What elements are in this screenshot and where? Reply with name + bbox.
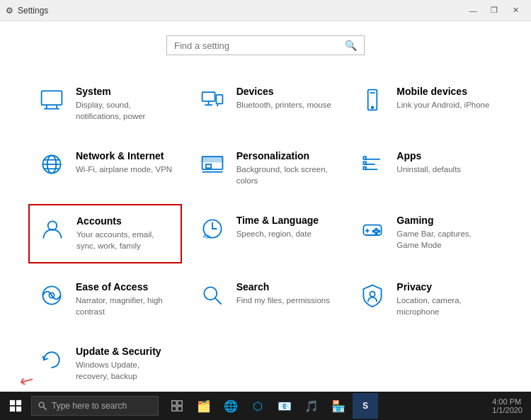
taskbar-app-2[interactable]: 🌐 [218, 393, 244, 419]
minimize-button[interactable]: — [463, 4, 483, 18]
setting-item-network[interactable]: Network & Internet Wi-Fi, airplane mode,… [28, 140, 182, 197]
gaming-text: Gaming Game Bar, captures, Game Mode [396, 215, 493, 251]
setting-item-apps[interactable]: Apps Uninstall, defaults [349, 140, 503, 197]
setting-item-system[interactable]: System Display, sound, notifications, po… [28, 75, 182, 132]
network-title: Network & Internet [76, 150, 173, 161]
ease-icon [38, 281, 66, 310]
update-icon [38, 346, 66, 374]
settings-grid: System Display, sound, notifications, po… [28, 75, 503, 392]
privacy-text: Privacy Location, camera, microphone [396, 281, 493, 317]
taskbar-right: 4:00 PM1/1/2020 [492, 397, 528, 414]
gaming-icon [358, 215, 387, 243]
settings-window-icon: ⚙ [6, 6, 13, 16]
setting-item-mobile[interactable]: Mobile devices Link your Android, iPhone [349, 75, 503, 132]
setting-item-ease[interactable]: Ease of Access Narrator, magnifier, high… [28, 271, 182, 328]
personalization-desc: Background, lock screen, colors [236, 164, 333, 186]
devices-desc: Bluetooth, printers, mouse [236, 99, 333, 110]
setting-item-privacy[interactable]: Privacy Location, camera, microphone [349, 271, 503, 328]
title-bar-left: ⚙ Settings [6, 6, 48, 16]
setting-item-personalization[interactable]: Personalization Background, lock screen,… [189, 140, 343, 197]
ease-text: Ease of Access Narrator, magnifier, high… [76, 281, 173, 317]
title-bar: ⚙ Settings — ❐ ✕ [0, 0, 531, 21]
mobile-icon [358, 86, 387, 114]
taskbar-app-3[interactable]: ⬡ [245, 393, 270, 419]
setting-item-devices[interactable]: Devices Bluetooth, printers, mouse [189, 75, 343, 132]
setting-item-search[interactable]: Search Find my files, permissions [189, 271, 343, 328]
taskbar-search[interactable]: Type here to search [31, 396, 159, 416]
svg-point-10 [372, 106, 374, 108]
setting-item-update[interactable]: Update & Security Windows Update, recove… [28, 335, 182, 392]
close-button[interactable]: ✕ [506, 4, 525, 18]
mobile-desc: Link your Android, iPhone [396, 99, 493, 110]
ease-title: Ease of Access [76, 281, 173, 293]
setting-item-time[interactable]: Aあ Time & Language Speech, region, date [189, 204, 343, 263]
taskbar-app-7[interactable]: S [353, 393, 378, 419]
system-text: System Display, sound, notifications, po… [76, 86, 173, 122]
svg-point-35 [373, 231, 375, 233]
svg-point-36 [375, 232, 377, 234]
window-title: Settings [18, 6, 48, 16]
start-button[interactable] [3, 393, 28, 419]
restore-button[interactable]: ❐ [484, 4, 504, 18]
taskbar-app-icons: 🗂️ 🌐 ⬡ 📧 🎵 🏪 S [164, 393, 378, 419]
update-text: Update & Security Windows Update, recove… [76, 346, 173, 382]
setting-item-gaming[interactable]: Gaming Game Bar, captures, Game Mode [349, 204, 503, 263]
svg-point-46 [39, 402, 44, 407]
svg-rect-0 [42, 91, 62, 105]
devices-title: Devices [236, 86, 333, 97]
svg-rect-44 [10, 407, 15, 412]
title-bar-controls: — ❐ ✕ [463, 4, 525, 18]
personalization-icon [198, 150, 227, 178]
svg-rect-26 [364, 167, 367, 170]
gaming-desc: Game Bar, captures, Game Mode [396, 228, 493, 251]
taskbar-app-task-view[interactable] [164, 393, 190, 419]
search-desc: Find my files, permissions [236, 295, 333, 306]
time-icon: Aあ [198, 215, 227, 243]
svg-text:Aあ: Aあ [202, 233, 211, 239]
accounts-desc: Your accounts, email, sync, work, family [76, 229, 172, 251]
svg-rect-4 [202, 92, 215, 101]
update-title: Update & Security [76, 346, 173, 357]
network-icon [38, 150, 66, 178]
system-title: System [76, 86, 173, 97]
taskbar-app-6[interactable]: 🏪 [326, 393, 351, 419]
update-desc: Windows Update, recovery, backup [76, 359, 173, 382]
search-bar[interactable]: 🔍 [166, 35, 365, 55]
apps-desc: Uninstall, defaults [396, 164, 493, 175]
svg-rect-51 [178, 407, 182, 411]
svg-rect-50 [172, 407, 176, 411]
svg-point-34 [378, 231, 380, 233]
svg-rect-42 [10, 400, 15, 405]
taskbar-app-4[interactable]: 📧 [272, 393, 297, 419]
mobile-title: Mobile devices [396, 86, 493, 97]
taskbar-app-5[interactable]: 🎵 [299, 393, 324, 419]
accounts-title: Accounts [76, 215, 172, 227]
svg-rect-48 [172, 401, 176, 405]
svg-point-27 [48, 222, 57, 231]
apps-text: Apps Uninstall, defaults [396, 150, 493, 175]
network-desc: Wi-Fi, airplane mode, VPN [76, 164, 173, 175]
search-title: Search [236, 281, 333, 293]
privacy-title: Privacy [396, 281, 493, 293]
taskbar-search-text: Type here to search [52, 401, 127, 411]
taskbar-app-1[interactable]: 🗂️ [191, 393, 217, 419]
privacy-icon [358, 281, 387, 310]
time-text: Time & Language Speech, region, date [236, 215, 333, 239]
svg-line-47 [43, 407, 46, 409]
svg-rect-24 [364, 157, 367, 159]
time-desc: Speech, region, date [236, 228, 333, 239]
devices-icon [198, 86, 227, 114]
ease-desc: Narrator, magnifier, high contrast [76, 295, 173, 317]
main-content: 🔍 System Display, sound, notifications, … [0, 21, 531, 392]
personalization-text: Personalization Background, lock screen,… [236, 150, 333, 186]
time-title: Time & Language [236, 215, 333, 226]
setting-item-accounts[interactable]: Accounts Your accounts, email, sync, wor… [28, 204, 182, 263]
apps-title: Apps [396, 150, 493, 161]
devices-text: Devices Bluetooth, printers, mouse [236, 86, 333, 110]
search-input[interactable] [174, 40, 345, 51]
svg-rect-43 [16, 400, 21, 405]
system-desc: Display, sound, notifications, power [76, 99, 173, 122]
mobile-text: Mobile devices Link your Android, iPhone [396, 86, 493, 110]
apps-icon [358, 150, 387, 178]
svg-rect-20 [206, 164, 211, 168]
